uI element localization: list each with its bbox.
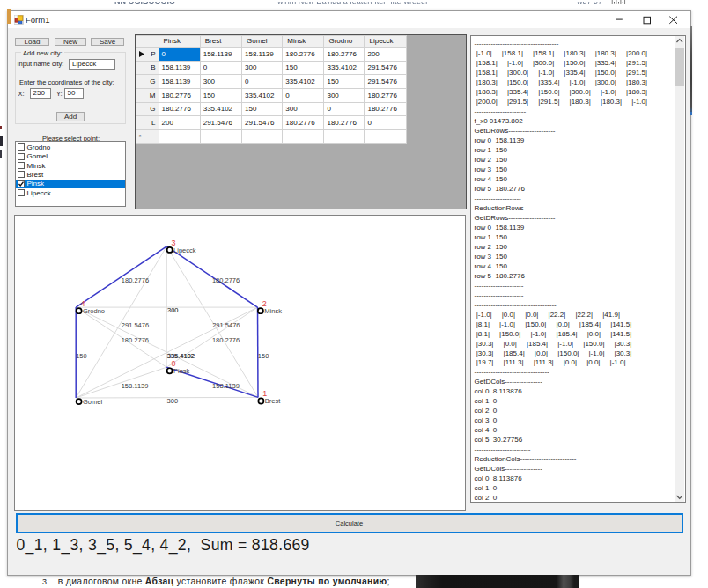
svg-text:1: 1 xyxy=(262,389,267,398)
svg-text:158.1139: 158.1139 xyxy=(121,381,148,389)
svg-text:Minsk: Minsk xyxy=(264,306,282,314)
svg-text:150: 150 xyxy=(257,351,269,359)
svg-text:180.2776: 180.2776 xyxy=(121,336,148,344)
svg-text:300: 300 xyxy=(167,306,179,314)
svg-text:180.2776: 180.2776 xyxy=(211,336,239,344)
svg-text:150: 150 xyxy=(76,351,87,359)
svg-text:4: 4 xyxy=(80,299,85,308)
svg-text:Brest: Brest xyxy=(264,397,280,405)
svg-text:158.1139: 158.1139 xyxy=(212,381,240,389)
svg-text:291.5476: 291.5476 xyxy=(121,321,148,329)
svg-text:Lipecck: Lipecck xyxy=(173,246,196,254)
svg-text:2: 2 xyxy=(262,299,266,308)
svg-text:3: 3 xyxy=(171,238,175,246)
svg-text:Gomel: Gomel xyxy=(83,397,102,405)
svg-text:0: 0 xyxy=(171,359,175,368)
svg-text:Pinsk: Pinsk xyxy=(173,367,190,375)
svg-text:300: 300 xyxy=(166,396,178,404)
svg-text:180.2776: 180.2776 xyxy=(121,276,148,283)
svg-text:Grodno: Grodno xyxy=(83,306,105,314)
svg-text:180.2776: 180.2776 xyxy=(211,276,239,283)
svg-text:291.5476: 291.5476 xyxy=(212,320,240,328)
